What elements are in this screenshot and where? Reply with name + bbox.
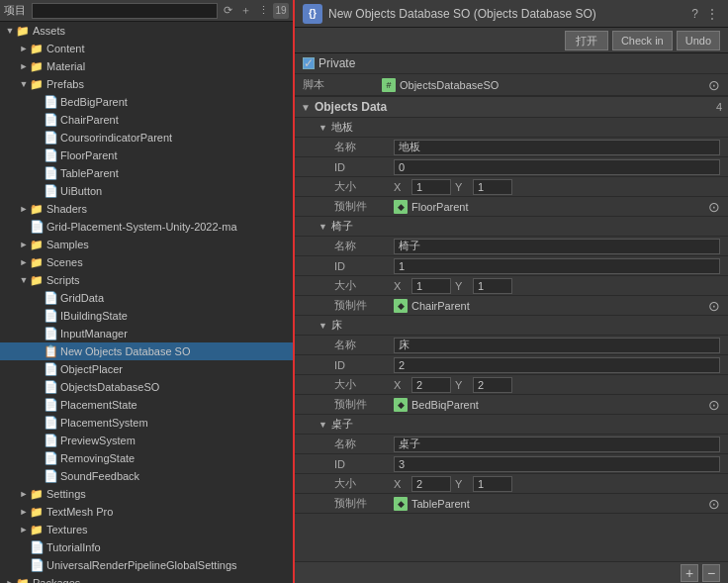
tree-arrow-tutorialinfo — [18, 541, 30, 553]
tree-item-assets[interactable]: ▼📁Assets — [0, 22, 293, 40]
tree-item-scripts[interactable]: ▼📁Scripts — [0, 271, 293, 289]
subsection-1[interactable]: ▼ 椅子 — [295, 217, 728, 237]
tree-item-content[interactable]: ►📁Content — [0, 40, 293, 57]
tree-label-packages: Packages — [33, 577, 80, 583]
objects-data-section[interactable]: ▼ Objects Data 4 — [295, 96, 728, 118]
tree-item-cursorindicatorparent[interactable]: 📄CoursorindicatorParent — [0, 129, 293, 146]
search-input[interactable] — [32, 3, 218, 19]
x-input-2-2[interactable] — [411, 377, 451, 393]
tree-item-tableparent[interactable]: 📄TableParent — [0, 164, 293, 182]
x-input-3-2[interactable] — [411, 476, 451, 492]
tree-icon-material: 📁 — [30, 59, 44, 73]
tree-icon-scenes: 📁 — [30, 255, 44, 269]
tree-arrow-textmeshpro: ► — [18, 506, 30, 518]
x-input-0-2[interactable] — [411, 179, 451, 195]
open-button[interactable]: 打开 — [565, 31, 608, 50]
tree-item-inputmanager[interactable]: 📄InputManager — [0, 325, 293, 342]
field-row-0-2: 大小 X Y — [295, 177, 728, 197]
script-menu-icon[interactable]: ⊙ — [708, 77, 720, 93]
tree-label-newobjectsdatabaseso: New Objects Database SO — [60, 345, 190, 357]
header-icons: ? ⋮ — [689, 5, 720, 23]
field-row-3-2: 大小 X Y — [295, 474, 728, 494]
tree-arrow-prefabs: ▼ — [18, 78, 30, 90]
help-icon[interactable]: ? — [689, 5, 700, 23]
tree-item-newobjectsdatabaseso[interactable]: 📋New Objects Database SO — [0, 342, 293, 360]
field-label-2-1: ID — [334, 359, 394, 371]
tree-item-bedbigparent[interactable]: 📄BedBigParent — [0, 93, 293, 111]
tree-item-griddata[interactable]: 📄GridData — [0, 289, 293, 307]
y-label-3-2: Y — [455, 478, 469, 490]
field-value-2-1[interactable]: 2 — [394, 357, 720, 373]
remove-item-button[interactable]: − — [702, 564, 720, 582]
field-value-1-1[interactable]: 1 — [394, 258, 720, 274]
add-item-button[interactable]: + — [681, 564, 698, 582]
tree-label-placementstate: PlacementState — [60, 399, 137, 411]
private-checkbox[interactable]: ✓ — [303, 57, 315, 69]
tree-item-textures[interactable]: ►📁Textures — [0, 521, 293, 538]
field-value-3-0[interactable]: 桌子 — [394, 437, 720, 452]
tree-item-objectsdatabaseso[interactable]: 📄ObjectsDatabaseSO — [0, 378, 293, 396]
field-value-2-0[interactable]: 床 — [394, 338, 720, 353]
tree-label-inputmanager: InputManager — [60, 328, 128, 340]
tree-item-settings[interactable]: ►📁Settings — [0, 485, 293, 503]
y-input-3-2[interactable] — [473, 476, 512, 492]
left-panel: 项目 ⟳ ＋ ⋮ 19 ▼📁Assets►📁Content►📁Material▼… — [0, 0, 295, 583]
tree-item-samples[interactable]: ►📁Samples — [0, 236, 293, 253]
tree-item-chairparent[interactable]: 📄ChairParent — [0, 111, 293, 129]
tree-item-soundfeedback[interactable]: 📄SoundFeedback — [0, 467, 293, 485]
tree-item-removingstate[interactable]: 📄RemovingState — [0, 449, 293, 467]
tree-icon-floorparent: 📄 — [44, 148, 57, 162]
tree-item-previewsystem[interactable]: 📄PreviewSystem — [0, 432, 293, 449]
tree-item-objectplacer[interactable]: 📄ObjectPlacer — [0, 360, 293, 378]
tree-icon-prefabs: 📁 — [30, 77, 44, 91]
tree-item-textmeshpro[interactable]: ►📁TextMesh Pro — [0, 503, 293, 521]
tree-item-prefabs[interactable]: ▼📁Prefabs — [0, 75, 293, 93]
x-label-2-2: X — [394, 379, 408, 391]
tree-label-shaders: Shaders — [46, 203, 87, 215]
tree-label-objectplacer: ObjectPlacer — [60, 363, 123, 375]
tree-label-previewsystem: PreviewSystem — [60, 435, 136, 446]
tree-item-packages[interactable]: ►📁Packages — [0, 574, 293, 583]
field-value-0-1[interactable]: 0 — [394, 159, 720, 175]
subsection-3[interactable]: ▼ 桌子 — [295, 415, 728, 435]
field-value-1-0[interactable]: 椅子 — [394, 239, 720, 254]
tree-item-uibutton[interactable]: 📄UiButton — [0, 182, 293, 200]
tree-icon-tutorialinfo: 📄 — [30, 540, 44, 554]
field-value-0-0[interactable]: 地板 — [394, 140, 720, 155]
prefab-menu-3-3[interactable]: ⊙ — [708, 496, 720, 512]
prefab-menu-2-3[interactable]: ⊙ — [708, 397, 720, 413]
tree-item-tutorialinfo[interactable]: 📄TutorialInfo — [0, 538, 293, 556]
tree-item-grid-placement[interactable]: 📄Grid-Placement-System-Unity-2022-ma — [0, 218, 293, 236]
prefab-menu-0-3[interactable]: ⊙ — [708, 199, 720, 215]
tree-item-placementsystem[interactable]: 📄PlacementSystem — [0, 414, 293, 432]
y-input-2-2[interactable] — [473, 377, 512, 393]
tree-label-grid-placement: Grid-Placement-System-Unity-2022-ma — [46, 221, 237, 233]
add-icon[interactable]: ＋ — [237, 3, 253, 19]
tree-label-tableparent: TableParent — [60, 167, 119, 179]
field-row-2-1: ID2 — [295, 355, 728, 375]
subsection-title-0: 地板 — [331, 120, 353, 135]
subsection-2[interactable]: ▼ 床 — [295, 316, 728, 336]
tree-item-ibuildingstate[interactable]: 📄IBuildingState — [0, 307, 293, 325]
tree-label-chairparent: ChairParent — [60, 114, 119, 126]
y-input-1-2[interactable] — [473, 278, 512, 294]
settings-icon[interactable]: ⋮ — [255, 3, 271, 19]
tree-item-placementstate[interactable]: 📄PlacementState — [0, 396, 293, 414]
tree-item-floorparent[interactable]: 📄FloorParent — [0, 146, 293, 164]
y-label-0-2: Y — [455, 181, 469, 193]
x-input-1-2[interactable] — [411, 278, 451, 294]
tree-arrow-bedbigparent — [32, 96, 44, 108]
refresh-icon[interactable]: ⟳ — [220, 3, 235, 19]
x-label-0-2: X — [394, 181, 408, 193]
field-value-3-1[interactable]: 3 — [394, 456, 720, 472]
tree-item-shaders[interactable]: ►📁Shaders — [0, 200, 293, 218]
tree-item-universalrender[interactable]: 📄UniversalRenderPipelineGlobalSettings — [0, 556, 293, 574]
subsection-0[interactable]: ▼ 地板 — [295, 118, 728, 138]
more-icon[interactable]: ⋮ — [704, 5, 720, 23]
tree-item-material[interactable]: ►📁Material — [0, 57, 293, 75]
prefab-menu-1-3[interactable]: ⊙ — [708, 298, 720, 314]
tree-item-scenes[interactable]: ►📁Scenes — [0, 253, 293, 271]
y-input-0-2[interactable] — [473, 179, 512, 195]
check-in-button[interactable]: Check in — [612, 31, 673, 50]
undo-button[interactable]: Undo — [677, 31, 720, 50]
